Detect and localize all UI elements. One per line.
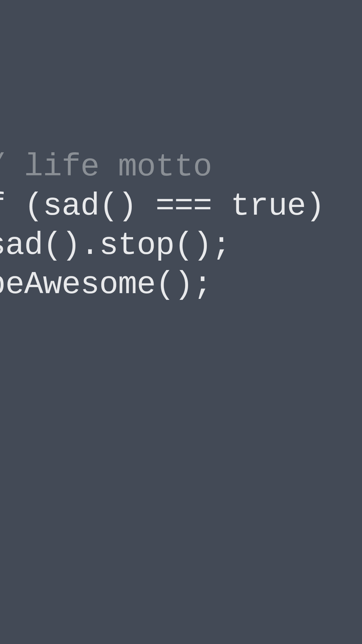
code-comment-line: / life motto xyxy=(0,148,324,187)
code-line-awesome: beAwesome(); xyxy=(0,265,324,305)
code-snippet: / life motto f (sad() === true) sad().st… xyxy=(0,148,324,304)
code-line-stop: sad().stop(); xyxy=(0,226,324,265)
code-line-if: f (sad() === true) xyxy=(0,187,324,226)
